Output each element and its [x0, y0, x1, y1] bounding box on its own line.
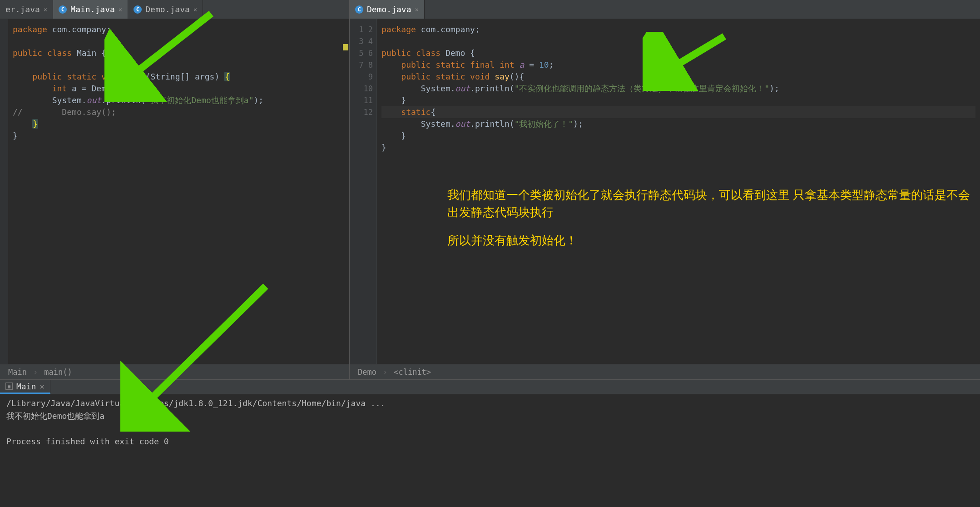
- console-output[interactable]: /Library/Java/JavaVirtualMachines/jdk1.8…: [0, 394, 980, 507]
- editor-pane-right: C Demo.java × 1 2 3 4 5 6 7 8 9 10 11 12…: [350, 0, 980, 379]
- class-name-demo: Demo: [445, 48, 465, 58]
- close-icon[interactable]: ×: [415, 6, 419, 13]
- breadcrumb-method[interactable]: main(): [44, 368, 72, 377]
- field-a: a: [520, 60, 525, 70]
- exit-code-line: Process finished with exit code 0: [6, 437, 169, 446]
- keyword-class: class: [47, 48, 72, 58]
- line-numbers: 1 2 3 4 5 6 7 8 9 10 11 12: [356, 19, 377, 364]
- class-file-icon: C: [355, 5, 363, 14]
- editor-right[interactable]: 1 2 3 4 5 6 7 8 9 10 11 12 package com.c…: [350, 19, 980, 364]
- breadcrumb-method[interactable]: <clinit>: [394, 368, 431, 377]
- editor-pane-left: er.java × C Main.java × C Demo.java × pa…: [0, 0, 350, 379]
- breadcrumb-class[interactable]: Main: [8, 368, 27, 377]
- java-path-line: /Library/Java/JavaVirtualMachines/jdk1.8…: [6, 398, 385, 408]
- run-config-icon: ▦: [5, 383, 13, 390]
- brace-highlight: }: [32, 119, 38, 129]
- stdout-line: 我不初始化Demo也能拿到a: [6, 411, 104, 421]
- class-name: Main: [77, 48, 96, 58]
- tabbar-left: er.java × C Main.java × C Demo.java ×: [0, 0, 349, 19]
- warning-marker[interactable]: [343, 44, 348, 50]
- tab-demo-java[interactable]: C Demo.java ×: [128, 0, 203, 19]
- class-file-icon: C: [59, 5, 67, 14]
- gutter: [0, 19, 8, 364]
- code-area-right[interactable]: package com.company; public class Demo {…: [377, 19, 980, 364]
- run-console: ▦ Main × /Library/Java/JavaVirtualMachin…: [0, 379, 980, 507]
- tab-main-java[interactable]: C Main.java ×: [53, 0, 128, 19]
- tabbar-right: C Demo.java ×: [350, 0, 980, 19]
- method-main: main: [126, 72, 145, 81]
- class-file-icon: C: [134, 5, 142, 14]
- package-name: com.company: [52, 25, 106, 34]
- console-tab-main[interactable]: ▦ Main ×: [0, 380, 50, 394]
- close-icon[interactable]: ×: [40, 382, 45, 391]
- chevron-right-icon: ›: [33, 368, 38, 377]
- close-icon[interactable]: ×: [193, 6, 197, 13]
- code-area-left[interactable]: package com.company; public class Main {…: [8, 19, 349, 364]
- keyword-public: public: [13, 48, 42, 58]
- console-tabbar: ▦ Main ×: [0, 380, 980, 394]
- brace-highlight: {: [224, 72, 230, 81]
- file-label: Main.java: [70, 5, 115, 14]
- file-label: Demo.java: [145, 5, 190, 14]
- file-label: er.java: [5, 5, 40, 14]
- console-tab-label: Main: [16, 382, 36, 391]
- string-literal: "我不初始化Demo也能拿到a": [146, 95, 254, 105]
- numeric-literal: 10: [539, 60, 549, 70]
- close-icon[interactable]: ×: [44, 6, 47, 13]
- file-label: Demo.java: [367, 5, 411, 14]
- tab-demo-java-right[interactable]: C Demo.java ×: [350, 0, 425, 19]
- tab-er-java[interactable]: er.java ×: [0, 0, 53, 19]
- editor-left[interactable]: package com.company; public class Main {…: [0, 19, 349, 364]
- breadcrumb-class[interactable]: Demo: [358, 368, 376, 377]
- static-field-a: a: [116, 84, 121, 93]
- gutter: [350, 19, 356, 364]
- breadcrumb-left[interactable]: Main › main(): [0, 364, 349, 379]
- chevron-right-icon: ›: [383, 368, 387, 377]
- field-out: out: [87, 95, 102, 105]
- keyword-package: package: [13, 25, 47, 34]
- method-say: say: [495, 72, 510, 81]
- comment-line: // Demo.say();: [13, 107, 116, 117]
- breadcrumb-right[interactable]: Demo › <clinit>: [350, 364, 980, 379]
- close-icon[interactable]: ×: [119, 6, 122, 13]
